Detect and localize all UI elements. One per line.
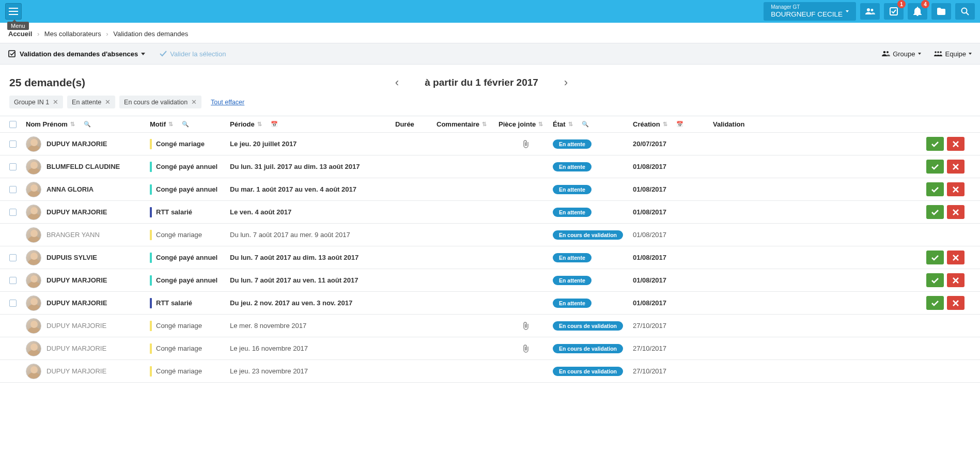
people-button[interactable]	[860, 3, 880, 20]
user-menu[interactable]: Manager GT BOURGNEUF CECILE	[764, 2, 856, 20]
creation-date: 27/10/2017	[633, 367, 713, 375]
filter-chip[interactable]: En attente✕	[67, 96, 115, 108]
motif-label: Congé mariage	[156, 231, 202, 239]
table-row[interactable]: BRANGER YANN Congé mariage Du lun. 7 aoû…	[0, 224, 980, 246]
avatar	[26, 159, 41, 175]
table-row[interactable]: ANNA GLORIA Congé payé annuel Du mar. 1 …	[0, 178, 980, 201]
col-name[interactable]: Nom Prénom⇅ 🔍	[26, 120, 150, 128]
search-icon[interactable]: 🔍	[582, 121, 589, 128]
motif-color-bar	[150, 366, 152, 377]
chip-remove-icon[interactable]: ✕	[191, 98, 197, 106]
toolbar-validate-selection[interactable]: Valider la sélection	[160, 50, 226, 58]
toolbar-group-filter[interactable]: Groupe	[882, 50, 921, 58]
folder-button[interactable]	[931, 3, 951, 20]
col-attachment[interactable]: Pièce jointe⇅	[499, 120, 553, 128]
reject-button[interactable]	[947, 296, 965, 310]
motif-color-bar	[150, 230, 152, 240]
attachment-cell[interactable]	[499, 140, 553, 148]
row-checkbox[interactable]	[9, 300, 17, 307]
search-icon	[961, 7, 969, 15]
col-motif[interactable]: Motif⇅ 🔍	[150, 120, 230, 128]
status-badge: En attente	[553, 299, 592, 308]
breadcrumb-item-collab[interactable]: Mes collaborateurs	[44, 30, 101, 38]
sort-icon: ⇅	[663, 121, 667, 128]
search-button[interactable]	[955, 3, 975, 20]
table-row[interactable]: DUPUY MARJORIE RTT salarié Le ven. 4 aoû…	[0, 201, 980, 224]
col-creation[interactable]: Création⇅ 📅	[633, 120, 713, 128]
motif-label: Congé mariage	[156, 322, 202, 330]
creation-date: 01/08/2017	[633, 254, 713, 261]
col-validation: Validation	[713, 120, 980, 128]
employee-name: DUPUY MARJORIE	[46, 367, 106, 375]
toolbar-team-filter[interactable]: Equipe	[934, 50, 972, 58]
approve-button[interactable]	[926, 137, 944, 151]
attachment-cell[interactable]	[499, 322, 553, 330]
approve-button[interactable]	[926, 273, 944, 287]
table-row[interactable]: DUPUY MARJORIE Congé payé annuel Du lun.…	[0, 269, 980, 292]
col-state[interactable]: État⇅ 🔍	[553, 120, 633, 128]
table-row[interactable]: DUPUY MARJORIE Congé mariage Le mer. 8 n…	[0, 315, 980, 337]
reject-button[interactable]	[947, 273, 965, 287]
clear-filters-link[interactable]: Tout effacer	[211, 99, 244, 106]
search-icon[interactable]: 🔍	[182, 121, 189, 128]
filter-chip[interactable]: En cours de validation✕	[119, 96, 201, 108]
calendar-icon[interactable]: 📅	[676, 121, 683, 128]
bell-icon	[913, 7, 922, 16]
row-checkbox[interactable]	[9, 186, 17, 193]
period-label: Le jeu. 23 novembre 2017	[230, 367, 395, 375]
employee-name: DUPUIS SYLVIE	[46, 254, 97, 261]
avatar	[26, 205, 41, 220]
svg-point-0	[867, 8, 870, 11]
creation-date: 01/08/2017	[633, 208, 713, 216]
chip-remove-icon[interactable]: ✕	[105, 98, 111, 106]
prev-period-button[interactable]: ‹	[395, 76, 399, 89]
table-row[interactable]: DUPUY MARJORIE Congé mariage Le jeu. 20 …	[0, 133, 980, 155]
calendar-icon[interactable]: 📅	[271, 121, 278, 128]
reject-button[interactable]	[947, 160, 965, 174]
row-checkbox[interactable]	[9, 254, 17, 261]
search-icon[interactable]: 🔍	[84, 121, 91, 128]
attachment-cell[interactable]	[499, 345, 553, 353]
topbar: Menu Manager GT BOURGNEUF CECILE 1 4	[0, 0, 980, 23]
toolbar-main-action[interactable]: Validation des demandes d'absences	[8, 50, 145, 58]
approve-button[interactable]	[926, 296, 944, 310]
row-checkbox[interactable]	[9, 163, 17, 170]
table-row[interactable]: DUPUY MARJORIE Congé mariage Le jeu. 23 …	[0, 360, 980, 383]
reject-button[interactable]	[947, 205, 965, 219]
next-period-button[interactable]: ›	[564, 76, 568, 89]
employee-name: DUPUY MARJORIE	[46, 299, 107, 307]
toolbar: Validation des demandes d'absences Valid…	[0, 43, 980, 65]
folder-icon	[937, 8, 946, 15]
table-row[interactable]: DUPUY MARJORIE Congé mariage Le jeu. 16 …	[0, 337, 980, 360]
col-duration[interactable]: Durée	[395, 120, 437, 128]
table-row[interactable]: DUPUIS SYLVIE Congé payé annuel Du lun. …	[0, 246, 980, 269]
filter-chip[interactable]: Groupe IN 1✕	[9, 96, 63, 108]
motif-label: Congé payé annuel	[156, 185, 217, 193]
period-label: Du lun. 7 août 2017 au ven. 11 août 2017	[230, 276, 395, 284]
menu-button[interactable]	[5, 3, 22, 20]
approve-button[interactable]	[926, 251, 944, 264]
row-checkbox[interactable]	[9, 209, 17, 216]
table-row[interactable]: BLUMFELD CLAUDINE Congé payé annuel Du l…	[0, 155, 980, 178]
breadcrumb-item-home[interactable]: Accueil	[8, 30, 32, 38]
reject-button[interactable]	[947, 137, 965, 151]
col-period[interactable]: Période⇅ 📅	[230, 120, 395, 128]
notifications-button[interactable]: 4	[908, 3, 927, 20]
chip-remove-icon[interactable]: ✕	[53, 98, 58, 106]
approve-button[interactable]	[926, 160, 944, 174]
table-row[interactable]: DUPUY MARJORIE RTT salarié Du jeu. 2 nov…	[0, 292, 980, 315]
employee-name: BRANGER YANN	[46, 231, 100, 239]
row-checkbox[interactable]	[9, 140, 17, 148]
avatar	[26, 295, 41, 311]
col-comment[interactable]: Commentaire⇅	[437, 120, 499, 128]
row-checkbox[interactable]	[9, 277, 17, 284]
svg-point-6	[886, 51, 889, 53]
select-all-checkbox[interactable]	[9, 121, 17, 128]
reject-button[interactable]	[947, 251, 965, 264]
reject-button[interactable]	[947, 182, 965, 196]
team-icon	[934, 51, 943, 57]
employee-name: DUPUY MARJORIE	[46, 322, 106, 330]
approve-button[interactable]	[926, 182, 944, 196]
messages-button[interactable]: 1	[884, 3, 904, 20]
approve-button[interactable]	[926, 205, 944, 219]
